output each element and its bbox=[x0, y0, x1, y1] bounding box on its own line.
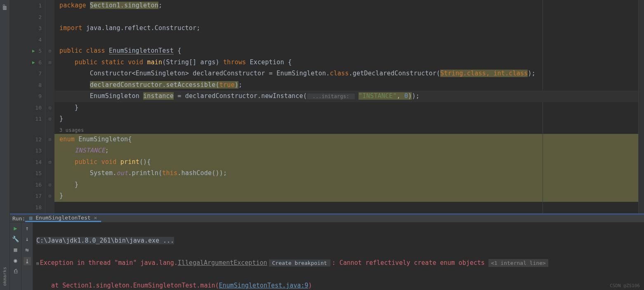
stop-icon[interactable]: ■ bbox=[14, 246, 17, 253]
camera-icon[interactable]: ◉ bbox=[14, 257, 17, 264]
run-tab-label: EnumSingletonTest bbox=[36, 215, 91, 221]
code-editor[interactable]: package Section1.singleton; import java.… bbox=[54, 0, 638, 213]
line-num: 4 bbox=[28, 37, 42, 43]
line-num: 11 bbox=[28, 116, 42, 122]
line-num: 8 bbox=[28, 82, 42, 88]
fold-end-icon[interactable]: ⊡ bbox=[45, 113, 54, 125]
run-toolbar-secondary: ↑ ↓ ⇆ ⤓ bbox=[21, 222, 33, 290]
exception-link[interactable]: IllegalArgumentException bbox=[178, 259, 267, 267]
line-num: 1 bbox=[28, 2, 42, 9]
fold-icon[interactable]: ⊟ bbox=[45, 57, 54, 68]
soft-wrap-icon[interactable]: ⇆ bbox=[25, 246, 28, 253]
create-breakpoint-button[interactable]: Create breakpoint bbox=[269, 260, 330, 267]
run-panel: Run: ▤ EnumSingletonTest × ▶ 🔧 ■ ◉ ⎙ ↑ ↓ bbox=[10, 213, 644, 290]
fold-end-icon[interactable]: ⊡ bbox=[45, 102, 54, 114]
close-icon[interactable]: × bbox=[94, 215, 97, 221]
line-number-gutter[interactable]: 1 2 3 4 5▶ 6▶ 7 8 9 10 11 12 13 14 15 16… bbox=[10, 0, 45, 213]
usages-inlay[interactable]: 3 usages bbox=[54, 125, 638, 134]
config-icon: ▤ bbox=[29, 215, 32, 221]
fold-icon[interactable]: ⊟ bbox=[45, 157, 54, 168]
console-output[interactable]: C:\Java\jdk1.8.0_261\bin\java.exe ... ⊞E… bbox=[33, 222, 644, 290]
run-gutter-icon[interactable]: ▶ bbox=[32, 48, 35, 54]
fold-end-icon[interactable]: ⊡ bbox=[45, 179, 54, 191]
internal-line-badge: <1 internal line> bbox=[488, 259, 548, 267]
fold-gutter[interactable]: ⊟ ⊟ ⊡ ⊡ ⊟ ⊟ ⊡ ⊡ bbox=[45, 0, 54, 213]
param-hint: ...initargs: bbox=[307, 94, 355, 99]
line-num: 6 bbox=[28, 59, 42, 65]
run-header: Run: ▤ EnumSingletonTest × bbox=[10, 215, 644, 222]
project-label[interactable]: P bbox=[2, 4, 7, 7]
left-tool-rail[interactable]: ▥ P okmarks bbox=[0, 0, 10, 290]
line-num: 9 bbox=[28, 93, 42, 99]
expand-icon[interactable]: ⊞ bbox=[36, 261, 39, 266]
line-num: 10 bbox=[28, 105, 42, 111]
fold-icon[interactable]: ⊟ bbox=[45, 45, 54, 57]
line-num: 3 bbox=[28, 25, 42, 31]
line-num: 15 bbox=[28, 170, 42, 176]
line-num: 18 bbox=[28, 204, 42, 210]
fold-end-icon[interactable]: ⊡ bbox=[45, 190, 54, 202]
up-icon[interactable]: ↑ bbox=[25, 225, 28, 232]
overview-ruler[interactable] bbox=[638, 0, 644, 213]
line-num: 5 bbox=[28, 48, 42, 54]
watermark: CSDN @ZS106 bbox=[610, 283, 640, 288]
line-num: 14 bbox=[28, 159, 42, 165]
line-num: 2 bbox=[28, 14, 42, 20]
rerun-icon[interactable]: ▶ bbox=[14, 225, 17, 232]
print-icon[interactable]: ⎙ bbox=[14, 268, 17, 274]
line-num: 17 bbox=[28, 193, 42, 199]
line-num: 13 bbox=[28, 147, 42, 154]
run-gutter-icon[interactable]: ▶ bbox=[32, 60, 35, 65]
fold-icon[interactable]: ⊟ bbox=[45, 134, 54, 145]
run-tab[interactable]: ▤ EnumSingletonTest × bbox=[25, 215, 101, 222]
command-line: C:\Java\jdk1.8.0_261\bin\java.exe ... bbox=[36, 237, 174, 244]
wrench-icon[interactable]: 🔧 bbox=[12, 236, 19, 242]
editor-area: 1 2 3 4 5▶ 6▶ 7 8 9 10 11 12 13 14 15 16… bbox=[10, 0, 644, 213]
run-toolbar-primary: ▶ 🔧 ■ ◉ ⎙ bbox=[10, 222, 21, 290]
scroll-end-icon[interactable]: ⤓ bbox=[24, 257, 31, 265]
line-num: 12 bbox=[28, 136, 42, 143]
down-icon[interactable]: ↓ bbox=[25, 236, 28, 242]
run-title: Run: bbox=[12, 215, 25, 222]
line-num: 16 bbox=[28, 182, 42, 188]
bookmarks-label[interactable]: okmarks bbox=[2, 267, 7, 286]
stacktrace-link[interactable]: EnumSingletonTest.java:9 bbox=[219, 282, 309, 289]
line-num: 7 bbox=[28, 70, 42, 77]
